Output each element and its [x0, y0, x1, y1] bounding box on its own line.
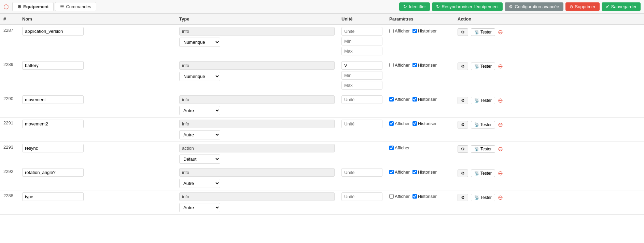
tester-button-2292[interactable]: 📡 Tester: [471, 170, 495, 177]
afficher-text-2291: Afficher: [395, 121, 410, 126]
afficher-checkbox-2293[interactable]: [389, 146, 394, 150]
historiser-checkbox-2292[interactable]: [412, 170, 417, 174]
nom-input-2293[interactable]: [22, 144, 84, 152]
action-cell-2289: ⚙📡 Tester⊖: [458, 61, 641, 70]
action-cell-2293: ⚙📡 Tester⊖: [458, 144, 641, 153]
nom-input-2287[interactable]: [22, 27, 84, 36]
nom-input-2292[interactable]: [22, 168, 84, 177]
row-num-2290: 2290: [0, 93, 19, 118]
row-unite-cell-2293: [338, 142, 386, 166]
config-button-2292[interactable]: ⚙: [458, 170, 468, 177]
tester-button-2287[interactable]: 📡 Tester: [471, 28, 495, 36]
tester-button-2290[interactable]: 📡 Tester: [471, 97, 495, 104]
unite-input-2288[interactable]: [341, 192, 382, 201]
subtype-select-2289[interactable]: NumériqueAutreBinaireDéfaut: [179, 72, 220, 81]
tester-button-2288[interactable]: 📡 Tester: [471, 194, 495, 201]
sauvegarder-icon: ✔: [606, 4, 610, 9]
tester-button-2293[interactable]: 📡 Tester: [471, 145, 495, 153]
nom-input-2290[interactable]: [22, 95, 84, 104]
config-button-2293[interactable]: ⚙: [458, 145, 468, 153]
historiser-checkbox-2289[interactable]: [412, 63, 417, 67]
subtype-select-2287[interactable]: NumériqueAutreBinaireDéfaut: [179, 38, 220, 47]
row-nom-cell-2287: [19, 25, 176, 59]
tester-icon: 📡: [474, 30, 479, 35]
config-button-2289[interactable]: ⚙: [458, 63, 468, 70]
min-input-2289[interactable]: [341, 71, 382, 80]
nom-input-2288[interactable]: [22, 192, 84, 201]
subtype-select-2290[interactable]: AutreNumériqueBinaireDéfaut: [179, 106, 220, 115]
tester-button-2291[interactable]: 📡 Tester: [471, 121, 495, 129]
historiser-checkbox-2291[interactable]: [412, 121, 417, 126]
afficher-label-2293[interactable]: Afficher: [389, 145, 410, 150]
afficher-label-2289[interactable]: Afficher: [389, 63, 410, 68]
unite-input-2292[interactable]: [341, 168, 382, 177]
row-nom-cell-2292: [19, 166, 176, 190]
tab-commandes-label: Commandes: [66, 4, 91, 9]
delete-icon-2293[interactable]: ⊖: [498, 146, 503, 152]
max-input-2287[interactable]: [341, 47, 382, 55]
type-row-2287: NumériqueAutreBinaireDéfaut: [179, 38, 335, 47]
historiser-label-2287[interactable]: Historiser: [412, 28, 437, 33]
afficher-checkbox-2288[interactable]: [389, 194, 394, 199]
supprimer-button[interactable]: ⊖ Supprimer: [565, 2, 600, 11]
type-badge-2291: [179, 120, 335, 128]
identifier-button[interactable]: ↻ Identifier: [399, 2, 430, 11]
afficher-checkbox-2291[interactable]: [389, 121, 394, 126]
subtype-select-2288[interactable]: AutreNumériqueBinaireDéfaut: [179, 203, 220, 212]
config-avancee-button[interactable]: ⚙ Configuration avancée: [505, 2, 563, 11]
unite-input-2290[interactable]: [341, 95, 382, 104]
afficher-label-2291[interactable]: Afficher: [389, 121, 410, 126]
delete-icon-2291[interactable]: ⊖: [498, 122, 503, 128]
subtype-select-2293[interactable]: DéfautNumériqueAutreBinaire: [179, 154, 220, 164]
historiser-label-2290[interactable]: Historiser: [412, 97, 437, 102]
wrench-icon: ⚙: [461, 147, 465, 151]
unite-input-2291[interactable]: [341, 120, 382, 128]
max-input-2289[interactable]: [341, 81, 382, 90]
delete-icon-2292[interactable]: ⊖: [498, 170, 503, 176]
historiser-checkbox-2290[interactable]: [412, 97, 417, 102]
config-button-2290[interactable]: ⚙: [458, 97, 468, 104]
col-header-action: Action: [454, 14, 644, 25]
config-button-2287[interactable]: ⚙: [458, 28, 468, 36]
historiser-checkbox-2288[interactable]: [412, 194, 417, 199]
tester-button-2289[interactable]: 📡 Tester: [471, 63, 495, 70]
afficher-label-2292[interactable]: Afficher: [389, 170, 410, 175]
historiser-label-2289[interactable]: Historiser: [412, 63, 437, 68]
config-button-2291[interactable]: ⚙: [458, 121, 468, 129]
unite-input-2289[interactable]: [341, 61, 382, 70]
subtype-select-2292[interactable]: AutreNumériqueBinaireDéfaut: [179, 179, 220, 188]
nom-input-2291[interactable]: [22, 120, 84, 128]
afficher-checkbox-2287[interactable]: [389, 29, 394, 33]
wrench-icon: ⚙: [461, 171, 465, 176]
tab-equipement[interactable]: ⚙ Equipement: [12, 2, 54, 11]
min-input-2287[interactable]: [341, 37, 382, 45]
afficher-label-2290[interactable]: Afficher: [389, 97, 410, 102]
afficher-label-2288[interactable]: Afficher: [389, 194, 410, 199]
historiser-label-2288[interactable]: Historiser: [412, 194, 437, 199]
afficher-label-2287[interactable]: Afficher: [389, 28, 410, 33]
delete-icon-2288[interactable]: ⊖: [498, 194, 503, 201]
unite-input-2287[interactable]: [341, 27, 382, 36]
table-row: 2287NumériqueAutreBinaireDéfautAfficherH…: [0, 25, 644, 59]
historiser-label-2291[interactable]: Historiser: [412, 121, 437, 126]
tab-commandes[interactable]: ☰ Commandes: [55, 2, 96, 11]
row-num-2293: 2293: [0, 142, 19, 166]
row-nom-cell-2289: [19, 59, 176, 93]
afficher-checkbox-2292[interactable]: [389, 170, 394, 174]
afficher-checkbox-2289[interactable]: [389, 63, 394, 67]
subtype-select-2291[interactable]: AutreNumériqueBinaireDéfaut: [179, 130, 220, 139]
delete-icon-2287[interactable]: ⊖: [498, 29, 503, 35]
commands-table-container: # Nom Type Unité Paramètres Action 2287N…: [0, 14, 644, 215]
historiser-checkbox-2287[interactable]: [412, 29, 417, 33]
historiser-text-2292: Historiser: [418, 170, 437, 175]
delete-icon-2289[interactable]: ⊖: [498, 63, 503, 69]
config-button-2288[interactable]: ⚙: [458, 194, 468, 201]
sauvegarder-button[interactable]: ✔ Sauvegarder: [602, 2, 641, 11]
tester-icon: 📡: [474, 122, 479, 127]
afficher-checkbox-2290[interactable]: [389, 97, 394, 102]
delete-icon-2290[interactable]: ⊖: [498, 97, 503, 104]
historiser-label-2292[interactable]: Historiser: [412, 170, 437, 175]
resync-button[interactable]: ↻ Resynchroniser l'équipement: [432, 2, 503, 11]
row-num-2291: 2291: [0, 118, 19, 142]
nom-input-2289[interactable]: [22, 61, 84, 70]
